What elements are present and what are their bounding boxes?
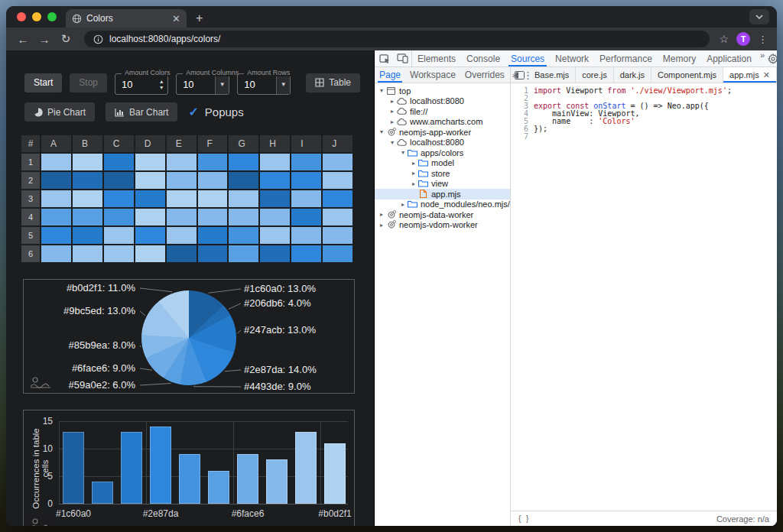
amount-colors-value[interactable]: 10: [115, 79, 155, 90]
reload-button[interactable]: ↻: [57, 32, 75, 46]
forward-button[interactable]: →: [35, 33, 54, 46]
code-editor[interactable]: 1234567 import Viewport from './view/Vie…: [511, 83, 777, 511]
stop-button[interactable]: Stop: [70, 73, 107, 92]
bar-column: [295, 432, 317, 504]
back-button[interactable]: ←: [14, 33, 32, 46]
file-tab-core-js[interactable]: core.js: [576, 67, 613, 83]
pie-chart-button[interactable]: Pie Chart: [24, 102, 95, 122]
start-button[interactable]: Start: [24, 73, 62, 92]
tree-item-neomjs-vdom-worker[interactable]: ▸neomjs-vdom-worker: [375, 220, 510, 231]
worker-icon: [385, 128, 397, 137]
amount-columns-dropdown-icon[interactable]: ▼: [215, 74, 229, 94]
sources-nav-tab-workspace[interactable]: Workspace: [405, 67, 460, 83]
file-tab-close-icon[interactable]: ✕: [763, 70, 770, 80]
file-tab-dark-js[interactable]: dark.js: [614, 67, 651, 83]
tree-caret-icon[interactable]: ▸: [388, 98, 396, 105]
editor-line-numbers: 1234567: [511, 87, 534, 511]
tab-close-icon[interactable]: ✕: [172, 14, 180, 24]
pie-chart-icon: [34, 108, 43, 117]
table-column-header: C: [104, 135, 134, 152]
amount-colors-stepper[interactable]: ▲▼: [155, 79, 167, 90]
tree-item-top[interactable]: ▾top: [375, 86, 510, 96]
bar-gridline-v: [233, 421, 234, 504]
table-cell: [260, 245, 290, 262]
tree-item-localhost-8080[interactable]: ▾localhost:8080: [375, 138, 510, 148]
tree-caret-icon[interactable]: ▸: [388, 118, 396, 125]
sources-nav-tab-page[interactable]: Page: [375, 67, 405, 83]
devtools-tab-elements[interactable]: Elements: [412, 50, 461, 66]
bar-column: [63, 432, 84, 504]
tree-caret-icon[interactable]: ▾: [378, 87, 385, 94]
bookmark-star-icon[interactable]: ☆: [719, 33, 729, 45]
profile-avatar[interactable]: T: [736, 32, 750, 46]
tree-item-view[interactable]: ▸view: [375, 179, 510, 190]
popups-checkbox[interactable]: ✓ Popups: [188, 105, 243, 119]
tree-item-localhost-8080[interactable]: ▸localhost:8080: [375, 96, 510, 107]
table-cell: [198, 172, 228, 189]
table-row: 5: [21, 227, 353, 244]
amcharts-logo-icon[interactable]: [30, 376, 53, 390]
address-bar[interactable]: localhost:8080/apps/colors/: [84, 31, 710, 47]
amount-columns-value[interactable]: 10: [177, 79, 215, 90]
devtools-tab-performance[interactable]: Performance: [594, 50, 658, 66]
pretty-print-icon[interactable]: { }: [518, 514, 530, 523]
devtools-tab-console[interactable]: Console: [461, 50, 505, 66]
tree-caret-icon[interactable]: ▸: [410, 180, 417, 187]
sources-nav-tab-overrides[interactable]: Overrides: [460, 67, 509, 83]
tree-caret-icon[interactable]: ▸: [388, 108, 396, 115]
close-window-button[interactable]: [17, 12, 26, 21]
amount-rows-value[interactable]: 10: [238, 79, 276, 90]
devtools-tab-more-icon[interactable]: »: [757, 50, 768, 66]
tree-caret-icon[interactable]: ▸: [378, 222, 385, 229]
new-tab-button[interactable]: +: [187, 9, 212, 28]
device-toolbar-icon[interactable]: [397, 54, 408, 63]
browser-tab-colors[interactable]: Colors ✕: [66, 9, 187, 28]
inspect-element-icon[interactable]: [379, 54, 391, 64]
tree-item-neomjs-data-worker[interactable]: ▸neomjs-data-worker: [375, 209, 510, 220]
tree-item-file-[interactable]: ▸file://: [375, 106, 510, 117]
file-tab-base-mjs[interactable]: Base.mjs: [528, 67, 576, 83]
devtools-tab-memory[interactable]: Memory: [658, 50, 701, 66]
zoom-window-button[interactable]: [47, 12, 57, 21]
table-button[interactable]: Table: [306, 73, 360, 92]
table-row-number: 2: [21, 172, 40, 189]
tree-caret-icon[interactable]: ▸: [410, 160, 417, 167]
tree-item-store[interactable]: ▸store: [375, 168, 510, 179]
bar-chart-button[interactable]: Bar Chart: [106, 102, 177, 122]
amount-rows-field[interactable]: Amount Rows 10 ▼: [237, 73, 291, 95]
line-number[interactable]: 7: [511, 133, 528, 141]
devtools-settings-gear-icon[interactable]: [768, 54, 777, 64]
tree-item-www-amcharts-com[interactable]: ▸www.amcharts.com: [375, 117, 510, 128]
tree-caret-icon[interactable]: ▸: [378, 211, 385, 218]
devtools-tab-application[interactable]: Application: [701, 50, 757, 66]
tree-item-apps-colors[interactable]: ▾apps/colors: [375, 148, 510, 158]
tree-item-app-mjs[interactable]: app.mjs: [375, 189, 510, 200]
amount-columns-field[interactable]: Amount Columns 10 ▼: [176, 73, 229, 95]
navigator-toggle-icon[interactable]: [511, 67, 528, 83]
tab-search-button[interactable]: [749, 9, 769, 24]
table-column-header: E: [167, 135, 197, 152]
tree-caret-icon[interactable]: ▾: [378, 128, 385, 135]
tree-caret-icon[interactable]: ▸: [399, 201, 407, 208]
bar-column: [150, 427, 171, 504]
file-tab-component-mjs[interactable]: Component.mjs: [651, 67, 723, 83]
table-cell: [260, 209, 290, 225]
tree-caret-icon[interactable]: ▾: [388, 139, 396, 146]
tree-item-model[interactable]: ▸model: [375, 158, 510, 169]
devtools-tab-network[interactable]: Network: [550, 50, 594, 66]
table-cell: [104, 209, 134, 225]
site-info-icon[interactable]: [93, 34, 103, 44]
tree-caret-icon[interactable]: ▸: [410, 170, 417, 177]
amount-colors-field[interactable]: Amount Colors 10 ▲▼: [115, 73, 168, 95]
devtools-tab-sources[interactable]: Sources: [505, 50, 550, 66]
tree-caret-icon[interactable]: ▾: [399, 149, 407, 156]
table-column-header: J: [323, 135, 353, 152]
tree-item-neomjs-app-worker[interactable]: ▾neomjs-app-worker: [375, 127, 510, 138]
browser-menu-icon[interactable]: ⋮: [758, 34, 768, 45]
amount-rows-dropdown-icon[interactable]: ▼: [276, 74, 290, 94]
window-controls: [6, 6, 66, 28]
minimize-window-button[interactable]: [32, 12, 41, 21]
tree-item-node-modules-neo-mjs-src[interactable]: ▸node_modules/neo.mjs/src: [375, 200, 510, 210]
bar-x-axis: [59, 504, 348, 504]
file-tab-app-mjs[interactable]: app.mjs✕: [723, 67, 777, 83]
